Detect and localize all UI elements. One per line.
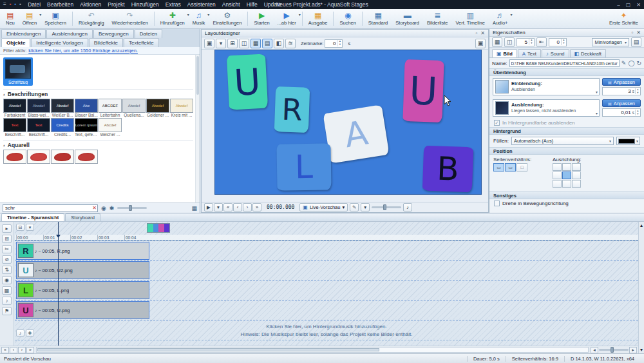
timeline-body[interactable]: ⊟▾ 00:0000:0100:0200:0300:04 R ♪ ~ 00:0 <box>15 222 638 346</box>
offset-spinner[interactable]: 0 ▴▾ <box>549 38 567 46</box>
menu-item[interactable]: Projekt <box>108 1 124 8</box>
audio-tool-icon[interactable]: ♪ <box>2 297 12 305</box>
object-item[interactable]: Lorem ipsum Text, gefett... <box>75 118 98 137</box>
chapter-track-thumbnail[interactable] <box>147 223 170 233</box>
timeline-clip[interactable]: L ♪ ~ 00:05, L.png <box>16 281 149 299</box>
preview-zoom-slider[interactable] <box>372 206 401 208</box>
go-end-button[interactable]: » <box>252 203 261 211</box>
zoom-in-icon[interactable]: ▸ <box>629 347 637 353</box>
add-track-icon[interactable]: ⊞ <box>2 235 12 243</box>
watercolor-item[interactable] <box>27 150 50 164</box>
step-back-button[interactable]: ‹ <box>233 203 242 211</box>
scroll-up-button[interactable]: ▴ <box>640 222 643 228</box>
object-item[interactable]: Text Beschrift... <box>3 118 26 137</box>
grid-icon[interactable]: ⊞ <box>227 39 238 48</box>
split-view-icon[interactable]: ◫ <box>239 39 249 48</box>
camera-icon[interactable]: ▣ <box>475 39 486 48</box>
menu-item[interactable]: Hinzufügen <box>131 1 159 8</box>
smooth-preview-icon[interactable]: ≋ <box>285 39 296 48</box>
marker-icon[interactable]: ⚑ <box>2 307 12 315</box>
toolbar-button[interactable]: ▦ Standard <box>365 10 392 28</box>
menu-item[interactable]: Hilfe <box>247 1 258 8</box>
einblendung-duration-spinner[interactable]: 3 s ▴▾ <box>602 87 641 95</box>
object-item[interactable]: Abcdef Farbakzent <box>3 99 26 117</box>
toolbox-sub-tab[interactable]: Texteffekte <box>124 38 159 47</box>
canvas-letter-object[interactable]: L <box>276 143 331 190</box>
ausblendung-combo[interactable]: Ausblendung: Liegen lassen, nicht ausble… <box>493 99 600 117</box>
toolbar-button[interactable]: ♫ Musik ▾ <box>189 10 209 28</box>
hscroll-track[interactable] <box>36 347 589 353</box>
guides-icon[interactable]: ▤ <box>262 39 272 48</box>
menu-item[interactable]: Assistenten <box>187 1 216 8</box>
anpassen-einblendung-button[interactable]: ▤ Anpassen <box>602 78 641 86</box>
objects-scrollbar[interactable] <box>195 55 200 202</box>
watercolor-item[interactable] <box>75 150 98 164</box>
view-options-icon[interactable]: ▦ <box>191 205 197 211</box>
preview-options-dropdown[interactable]: ▾ <box>361 203 370 211</box>
alignment-cell[interactable] <box>572 163 581 171</box>
toolbar-button[interactable]: ▣ Speichern <box>41 10 70 28</box>
toolbar-button[interactable]: ↶ Rückgängig <box>75 10 108 28</box>
scroll-down-button[interactable]: ▾ <box>640 347 643 353</box>
menu-item[interactable]: Bearbeiten <box>47 1 73 8</box>
hscroll-thumb[interactable] <box>37 348 379 351</box>
canvas-letter-object[interactable]: B <box>422 146 473 193</box>
timeline-tab[interactable]: Storyboard <box>65 213 100 221</box>
toolbox-sub-tab[interactable]: Intelligente Vorlagen <box>31 38 88 47</box>
toolbar-button[interactable]: ▶ ...ab hier ▾ <box>274 10 300 28</box>
preview-tool-icon[interactable]: ▸ <box>2 224 12 233</box>
alignment-cell[interactable] <box>562 163 571 171</box>
minimize-button[interactable]: – <box>617 2 620 8</box>
section-ueberblendung[interactable]: Überblendung <box>489 68 644 76</box>
favorites-icon[interactable]: ✱ <box>109 205 115 211</box>
quick-new-icon[interactable]: ▪ <box>10 2 12 7</box>
toolbar-button[interactable]: ↷ Wiederherstellen <box>108 10 152 28</box>
background-select-icon[interactable]: ▣ <box>204 39 214 48</box>
menu-item[interactable]: Extras <box>166 1 181 8</box>
timeline-clip[interactable]: U ♪ ~ 00:05, U2.png <box>16 261 149 279</box>
close-panel-icon[interactable]: ✕ <box>480 30 485 36</box>
tab-sound[interactable]: ♪ Sound <box>542 49 569 57</box>
reset-filter-link[interactable]: klicken Sie hier, um alle 1550 Einträge … <box>28 48 138 54</box>
toolbar-button[interactable]: ≣ Bilderliste <box>423 10 452 28</box>
live-preview-dropdown[interactable]: ▣ Live-Vorschau ▾ <box>299 203 348 211</box>
float-panel-icon[interactable]: ▫ <box>631 30 633 35</box>
object-item[interactable]: Abcdef Weißer B... <box>51 99 74 117</box>
zeitmarke-spinner[interactable]: 0 ▴▾ <box>325 39 343 48</box>
object-item[interactable]: Credits Credits... <box>51 118 74 137</box>
anpassen-ausblendung-button[interactable]: ▤ Anpassen <box>602 99 641 107</box>
first-steps-button[interactable]: ✦ Erste Schritte <box>605 10 642 28</box>
panel-options-icon[interactable]: ▤ <box>631 37 641 47</box>
minivorlagen-dropdown[interactable]: Minivorlagen ▾ <box>592 38 629 46</box>
background-color-picker[interactable]: ▾ <box>616 137 640 145</box>
spinner-arrows[interactable]: ▴▾ <box>635 110 640 116</box>
canvas-letter-object[interactable]: U <box>227 54 268 110</box>
aspect-ratio-button[interactable]: ▭ <box>493 163 504 172</box>
section-sonstiges[interactable]: Sonstiges <box>489 191 644 199</box>
alignment-cell[interactable] <box>553 172 562 179</box>
disable-icon[interactable]: ⊘ <box>2 255 12 264</box>
scrollbar-thumb[interactable] <box>196 56 199 95</box>
tab-deckkraft[interactable]: ◧ Deckkraft <box>570 49 606 57</box>
grid-tool-icon[interactable]: ▦ <box>2 286 12 295</box>
edit-preview-button[interactable]: ✎ <box>350 203 359 211</box>
section-position[interactable]: Position <box>489 147 644 155</box>
zoom-tool-icon[interactable]: ◉ <box>2 276 12 284</box>
object-item[interactable]: Abcdef Goldener ... <box>146 99 169 117</box>
object-item[interactable]: ABCDEF Leiterbahn <box>99 99 122 117</box>
toolbox-category-tab[interactable]: Bewegungen <box>93 29 134 38</box>
toolbar-button[interactable]: ✚ Hinzufügen ▾ <box>156 10 189 28</box>
timeline-ruler[interactable]: 00:0000:0100:0200:0300:04 <box>15 235 638 240</box>
name-input[interactable] <box>509 59 620 67</box>
scroll-next-button[interactable]: › <box>18 347 26 353</box>
timeline-vscrollbar[interactable]: ▴ ▾ <box>638 222 644 353</box>
menu-item[interactable]: Aktionen <box>80 1 101 8</box>
search-input[interactable] <box>3 204 98 212</box>
scroll-last-button[interactable]: » <box>26 347 34 353</box>
layout-canvas[interactable]: U R A U L B <box>214 50 482 195</box>
slider-thumb[interactable] <box>611 347 614 353</box>
toolbar-button[interactable]: ♬ Audio+ ▾ <box>489 10 512 28</box>
aspect-ratio-button[interactable]: □ <box>516 163 527 172</box>
object-item[interactable]: Abcdef Quellena... <box>122 99 146 117</box>
toolbar-button[interactable]: ▤ Öffnen ▾ <box>19 10 41 28</box>
